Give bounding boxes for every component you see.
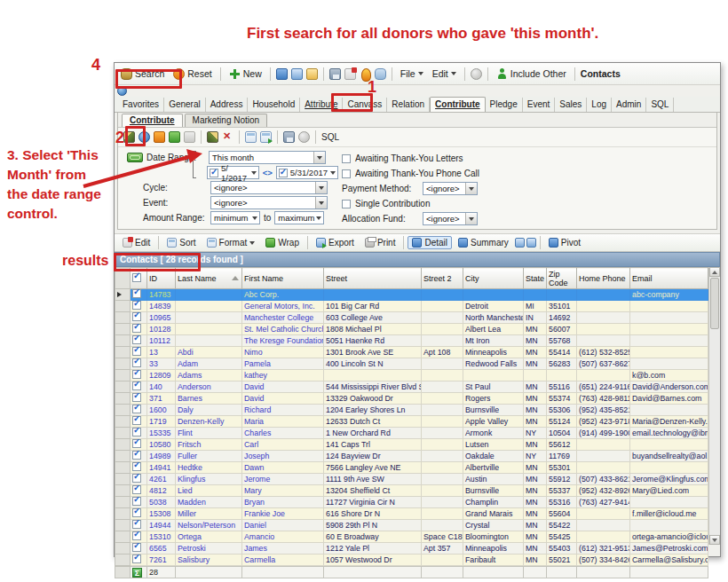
table-import-icon[interactable] [245,131,257,143]
cell-first-name[interactable]: St. Mel Catholic Church [242,324,324,335]
check-icon[interactable] [132,508,141,517]
cell-last-name[interactable] [176,312,242,324]
row-selector[interactable] [115,485,131,497]
cell-last-name[interactable]: Hedtke [176,462,242,474]
cell-state[interactable]: MN [524,381,547,393]
table-row[interactable]: 15310OrtegaAmancio60 E BroadwaySpace C18… [115,531,708,543]
cell-last-name[interactable]: Fritsch [176,439,242,451]
cell-state[interactable] [524,370,547,381]
check-icon[interactable] [132,301,141,310]
table-row[interactable]: 10128St. Mel Catholic Church1808 Michael… [115,324,708,335]
row-selector[interactable] [115,462,131,474]
cell-id[interactable]: 4812 [147,485,176,497]
cell-street-2[interactable]: Apt 108 [422,347,463,358]
tab-household[interactable]: Household [248,98,300,112]
refresh-icon[interactable] [138,131,150,143]
row-checkbox-cell[interactable] [131,554,147,566]
cell-state[interactable]: MN [524,554,547,566]
cell-zip-code[interactable]: 14692 [547,312,577,324]
cell-street[interactable]: 1057 Westwood Dr [324,554,422,566]
row-selector[interactable] [115,554,131,566]
row-selector[interactable] [115,370,131,381]
cell-state[interactable]: NY [524,428,547,439]
cell-zip-code[interactable]: 56007 [547,324,577,335]
check-icon[interactable] [132,474,141,483]
awaiting-letters-checkbox[interactable] [342,154,351,163]
cell-zip-code[interactable]: 55912 [547,474,577,485]
cell-city[interactable]: Albert Lea [463,324,524,335]
check-icon[interactable] [132,393,141,402]
table-row[interactable]: 6565PetroskiJames1212 Yale PlApt 357Minn… [115,543,708,554]
row-checkbox-cell[interactable] [131,358,147,370]
clear-search-icon[interactable] [123,131,135,143]
cell-state[interactable]: MN [524,335,547,347]
cell-home-phone[interactable]: (612) 321-9513 [577,543,630,554]
cell-city[interactable]: Redwood Falls [463,358,524,370]
cell-street-2[interactable] [422,393,463,405]
cell-state[interactable]: IN [524,312,547,324]
row-checkbox-cell[interactable] [131,451,147,462]
cell-street[interactable] [324,370,422,381]
cell-street-2[interactable] [422,301,463,312]
cell-last-name[interactable]: Flint [176,428,242,439]
check-icon[interactable] [132,531,141,540]
check-icon[interactable] [132,289,141,298]
cell-zip-code[interactable]: 55374 [547,393,577,405]
delete-x-icon[interactable] [222,131,233,143]
cell-home-phone[interactable]: (507) 433-8621 [577,474,630,485]
cell-city[interactable]: Minneapolis [463,347,524,358]
col-header-id[interactable]: ID [147,268,176,289]
row-selector[interactable] [115,543,131,554]
check-icon[interactable] [132,335,141,344]
scroll-up-button[interactable] [709,267,720,277]
cell-street[interactable]: 11727 Virginia Cir N [324,497,422,508]
cell-street-2[interactable] [422,428,463,439]
table-row[interactable]: 13AbdiNimo1301 Brook Ave SEApt 108Minnea… [115,347,708,358]
cell-city[interactable]: Burnsville [463,405,524,416]
cell-last-name[interactable]: Madden [176,497,242,508]
cell-zip-code[interactable]: 55021 [547,554,577,566]
cell-first-name[interactable]: James [242,543,324,554]
cell-last-name[interactable]: Adams [176,370,242,381]
cell-id[interactable]: 4261 [147,474,176,485]
row-checkbox-cell[interactable] [131,416,147,428]
cell-email[interactable] [630,301,708,312]
cell-city[interactable]: Bloomington [463,531,524,543]
cell-first-name[interactable]: Abc Corp. [242,289,324,301]
split-v-icon[interactable] [515,238,525,248]
col-header-street[interactable]: Street [324,268,422,289]
cell-street[interactable]: 1212 Yale Pl [324,543,422,554]
tab-sql[interactable]: SQL [646,98,674,112]
cell-street-2[interactable] [422,370,463,381]
cell-last-name[interactable]: Adam [176,358,242,370]
check-icon[interactable] [132,497,141,506]
cell-last-name[interactable]: Petroski [176,543,242,554]
cell-first-name[interactable]: David [242,393,324,405]
cell-state[interactable]: MN [524,439,547,451]
check-icon[interactable] [132,428,141,436]
tab-log[interactable]: Log [587,98,612,112]
cell-state[interactable]: MI [524,301,547,312]
cell-zip-code[interactable]: 55422 [547,520,577,531]
tab-contribute[interactable]: Contribute [430,97,486,112]
cell-last-name[interactable]: Fuller [176,451,242,462]
cell-email[interactable]: James@Petroski.com [630,543,708,554]
back-icon[interactable] [117,86,127,96]
cell-id[interactable]: 1719 [147,416,176,428]
cell-zip-code[interactable]: 55301 [547,462,577,474]
cell-email[interactable] [630,312,708,324]
cell-state[interactable]: MN [524,358,547,370]
table-row[interactable]: 10580FritschCarl141 Caps TrlLutsenMN5561… [115,439,708,451]
cell-last-name[interactable]: Daly [176,405,242,416]
cell-street-2[interactable] [422,474,463,485]
table-row[interactable]: 7261SalisburyCarmella1057 Westwood DrFar… [115,554,708,566]
cell-city[interactable]: Oakdale [463,451,524,462]
table-row[interactable]: 12809Adamskatheyk@b.com [115,370,708,381]
tab-event[interactable]: Event [523,98,556,112]
col-header-street2[interactable]: Street 2 [422,268,463,289]
col-header-home-phone[interactable]: Home Phone [577,268,630,289]
cell-zip-code[interactable]: 55768 [547,335,577,347]
tab-sales[interactable]: Sales [555,98,587,112]
cell-first-name[interactable]: Jerome [242,474,324,485]
cell-zip-code[interactable]: 55124 [547,416,577,428]
